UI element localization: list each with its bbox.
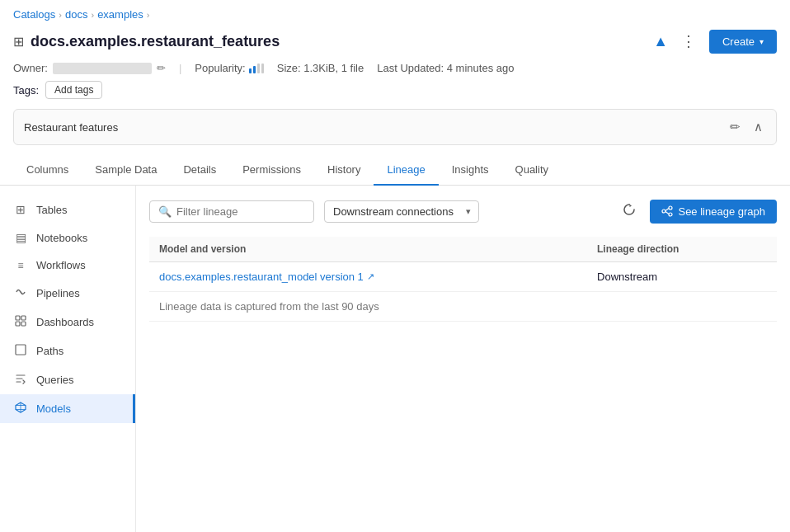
svg-rect-2 <box>16 322 20 326</box>
svg-rect-4 <box>16 345 26 355</box>
popularity-bars <box>249 64 264 73</box>
breadcrumb-examples[interactable]: examples <box>97 8 143 21</box>
sidebar-item-queries[interactable]: Queries <box>0 365 135 394</box>
search-input[interactable] <box>176 205 292 218</box>
svg-rect-3 <box>21 322 26 326</box>
sidebar-item-pipelines-label: Pipelines <box>36 287 80 299</box>
tab-sample-data[interactable]: Sample Data <box>82 155 170 186</box>
page-title: docs.examples.restaurant_features <box>31 33 647 50</box>
workflows-icon: ≡ <box>13 260 28 271</box>
connections-dropdown[interactable]: Downstream connections Upstream connecti… <box>324 200 479 223</box>
main-panel: 🔍 Downstream connections Upstream connec… <box>136 186 790 532</box>
sidebar-item-pipelines[interactable]: Pipelines <box>0 279 135 308</box>
alert-badge-icon: ▲ <box>653 33 668 50</box>
external-link-icon: ↗ <box>367 271 374 282</box>
breadcrumb-docs[interactable]: docs <box>65 8 87 21</box>
models-icon <box>13 402 28 416</box>
filter-row: 🔍 Downstream connections Upstream connec… <box>149 199 777 224</box>
owner-label: Owner: <box>13 62 48 74</box>
add-tags-button[interactable]: Add tags <box>45 81 102 99</box>
description-actions: ✏ ∧ <box>727 118 766 136</box>
svg-line-9 <box>665 212 669 214</box>
connections-dropdown-wrapper: Downstream connections Upstream connecti… <box>324 200 479 223</box>
lineage-note: Lineage data is captured from the last 9… <box>149 292 777 322</box>
description-card: Restaurant features ✏ ∧ <box>13 109 777 145</box>
queries-icon <box>13 373 28 387</box>
sidebar-item-workflows-label: Workflows <box>36 259 86 271</box>
svg-line-8 <box>665 209 669 211</box>
tab-details[interactable]: Details <box>170 155 229 186</box>
page-header: ⊞ docs.examples.restaurant_features ▲ ⋮ … <box>0 26 790 60</box>
search-icon: 🔍 <box>158 205 172 218</box>
tab-lineage[interactable]: Lineage <box>374 155 438 186</box>
sidebar-item-workflows[interactable]: ≡ Workflows <box>0 252 135 279</box>
col-header-model: Model and version <box>149 237 587 262</box>
sidebar-item-dashboards[interactable]: Dashboards <box>0 308 135 337</box>
refresh-button[interactable] <box>618 199 640 224</box>
see-lineage-graph-button[interactable]: See lineage graph <box>650 200 777 224</box>
tags-label: Tags: <box>13 84 39 97</box>
table-row: docs.examples.restaurant_model version 1… <box>149 262 777 292</box>
model-link[interactable]: docs.examples.restaurant_model version 1… <box>159 271 577 283</box>
lineage-note-row: Lineage data is captured from the last 9… <box>149 292 777 322</box>
description-edit-button[interactable]: ✏ <box>727 118 744 136</box>
pipelines-icon <box>13 286 28 300</box>
search-box: 🔍 <box>149 200 314 223</box>
breadcrumb-catalogs[interactable]: Catalogs <box>13 8 55 21</box>
meta-row: Owner: ✏ | Popularity: Size: 1.3KiB, 1 f… <box>0 60 790 81</box>
popularity-field: Popularity: <box>195 62 263 74</box>
more-options-button[interactable]: ⋮ <box>675 29 703 54</box>
sidebar-item-paths[interactable]: Paths <box>0 337 135 365</box>
tab-permissions[interactable]: Permissions <box>229 155 314 186</box>
sidebar-item-models[interactable]: Models <box>0 394 135 423</box>
header-actions: ⋮ Create ▾ <box>675 29 777 54</box>
tables-icon: ⊞ <box>13 203 28 216</box>
create-button[interactable]: Create ▾ <box>709 30 777 54</box>
tags-row: Tags: Add tags <box>0 81 790 109</box>
dashboards-icon <box>13 315 28 329</box>
breadcrumb: Catalogs › docs › examples › <box>0 0 790 26</box>
svg-point-6 <box>669 206 672 210</box>
sidebar-item-tables-label: Tables <box>36 204 68 216</box>
model-name: docs.examples.restaurant_model version 1 <box>159 271 364 283</box>
popularity-label: Popularity: <box>195 62 245 74</box>
create-arrow-icon: ▾ <box>759 37 764 46</box>
sidebar-item-models-label: Models <box>36 403 71 415</box>
description-text: Restaurant features <box>24 121 118 134</box>
sidebar-item-notebooks-label: Notebooks <box>36 232 87 244</box>
sidebar-item-paths-label: Paths <box>36 345 63 357</box>
sidebar-item-queries-label: Queries <box>36 374 74 386</box>
size-info: Size: 1.3KiB, 1 file <box>277 62 364 74</box>
sidebar-item-dashboards-label: Dashboards <box>36 316 94 328</box>
sidebar-item-notebooks[interactable]: ▤ Notebooks <box>0 224 135 252</box>
tab-columns[interactable]: Columns <box>13 155 82 186</box>
paths-icon <box>13 344 28 358</box>
sidebar-item-tables[interactable]: ⊞ Tables <box>0 195 135 224</box>
breadcrumb-sep-3: › <box>147 10 150 20</box>
tab-insights[interactable]: Insights <box>439 155 502 186</box>
notebooks-icon: ▤ <box>13 231 28 244</box>
breadcrumb-sep-1: › <box>59 10 62 20</box>
tab-quality[interactable]: Quality <box>502 155 562 186</box>
owner-edit-icon[interactable]: ✏ <box>157 62 166 74</box>
svg-point-7 <box>669 213 672 216</box>
model-cell: docs.examples.restaurant_model version 1… <box>149 262 587 292</box>
owner-value-placeholder <box>53 63 152 74</box>
sidebar: ⊞ Tables ▤ Notebooks ≡ Workflows Pipelin… <box>0 186 136 532</box>
svg-rect-0 <box>16 316 20 320</box>
see-lineage-graph-label: See lineage graph <box>678 205 765 218</box>
svg-rect-1 <box>21 316 26 320</box>
direction-cell: Downstream <box>587 262 777 292</box>
content-area: ⊞ Tables ▤ Notebooks ≡ Workflows Pipelin… <box>0 186 790 532</box>
updated-info: Last Updated: 4 minutes ago <box>377 62 514 74</box>
tabs-bar: Columns Sample Data Details Permissions … <box>0 155 790 186</box>
breadcrumb-sep-2: › <box>91 10 94 20</box>
svg-point-5 <box>662 210 665 213</box>
description-collapse-button[interactable]: ∧ <box>750 118 766 136</box>
owner-field: Owner: ✏ <box>13 62 166 74</box>
col-header-direction: Lineage direction <box>587 237 777 262</box>
create-button-label: Create <box>722 35 755 48</box>
lineage-table: Model and version Lineage direction docs… <box>149 237 777 322</box>
tab-history[interactable]: History <box>314 155 374 186</box>
table-icon: ⊞ <box>13 34 24 49</box>
